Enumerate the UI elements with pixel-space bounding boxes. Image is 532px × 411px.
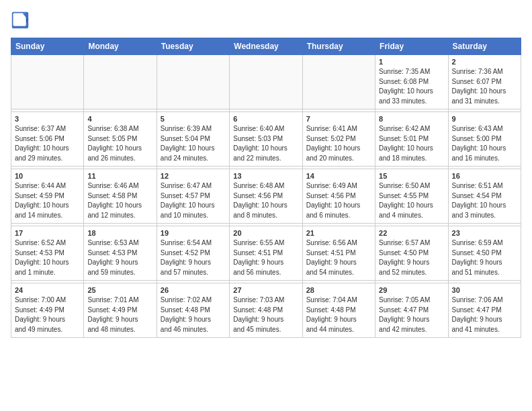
day-info: Sunrise: 6:53 AMSunset: 4:53 PMDaylight:… [87,238,152,277]
day-info: Sunrise: 7:02 AMSunset: 4:48 PMDaylight:… [161,295,226,334]
day-info: Sunrise: 6:56 AMSunset: 4:51 PMDaylight:… [306,238,371,277]
logo [11,11,32,30]
calendar-cell: 10Sunrise: 6:44 AMSunset: 4:59 PMDayligh… [11,169,84,224]
calendar-cell: 16Sunrise: 6:51 AMSunset: 4:54 PMDayligh… [448,169,521,224]
day-number: 30 [452,286,517,294]
calendar-cell: 30Sunrise: 7:06 AMSunset: 4:47 PMDayligh… [448,283,521,338]
day-number: 17 [15,229,80,237]
calendar-table: SundayMondayTuesdayWednesdayThursdayFrid… [11,38,521,338]
calendar-cell: 8Sunrise: 6:42 AMSunset: 5:01 PMDaylight… [375,112,448,167]
day-number: 18 [87,229,152,237]
day-info: Sunrise: 6:38 AMSunset: 5:05 PMDaylight:… [87,124,152,163]
calendar-cell: 15Sunrise: 6:50 AMSunset: 4:55 PMDayligh… [375,169,448,224]
calendar-cell: 3Sunrise: 6:37 AMSunset: 5:06 PMDaylight… [11,112,84,167]
day-info: Sunrise: 6:51 AMSunset: 4:54 PMDaylight:… [452,181,517,220]
calendar-cell: 9Sunrise: 6:43 AMSunset: 5:00 PMDaylight… [448,112,521,167]
day-number: 1 [379,58,444,66]
day-info: Sunrise: 6:52 AMSunset: 4:53 PMDaylight:… [15,238,80,277]
weekday-header-thursday: Thursday [302,38,375,55]
day-info: Sunrise: 6:41 AMSunset: 5:02 PMDaylight:… [306,124,371,163]
day-info: Sunrise: 7:01 AMSunset: 4:49 PMDaylight:… [87,295,152,334]
day-info: Sunrise: 7:00 AMSunset: 4:49 PMDaylight:… [15,295,80,334]
day-info: Sunrise: 7:35 AMSunset: 6:08 PMDaylight:… [379,67,444,106]
day-number: 11 [87,172,152,180]
day-number: 7 [306,115,371,123]
calendar-week-5: 24Sunrise: 7:00 AMSunset: 4:49 PMDayligh… [11,283,521,338]
day-info: Sunrise: 7:05 AMSunset: 4:47 PMDaylight:… [379,295,444,334]
day-info: Sunrise: 6:42 AMSunset: 5:01 PMDaylight:… [379,124,444,163]
day-info: Sunrise: 6:40 AMSunset: 5:03 PMDaylight:… [233,124,298,163]
day-number: 23 [452,229,517,237]
day-number: 15 [379,172,444,180]
calendar-cell: 14Sunrise: 6:49 AMSunset: 4:56 PMDayligh… [302,169,375,224]
calendar-cell [11,55,84,109]
day-info: Sunrise: 6:46 AMSunset: 4:58 PMDaylight:… [87,181,152,220]
day-number: 26 [161,286,226,294]
calendar-cell: 26Sunrise: 7:02 AMSunset: 4:48 PMDayligh… [157,283,229,338]
day-info: Sunrise: 6:37 AMSunset: 5:06 PMDaylight:… [15,124,80,163]
day-number: 20 [233,229,298,237]
day-number: 6 [233,115,298,123]
weekday-header-saturday: Saturday [448,38,521,55]
day-number: 22 [379,229,444,237]
calendar-week-4: 17Sunrise: 6:52 AMSunset: 4:53 PMDayligh… [11,226,521,281]
day-info: Sunrise: 6:49 AMSunset: 4:56 PMDaylight:… [306,181,371,220]
day-number: 2 [452,58,517,66]
day-number: 9 [452,115,517,123]
calendar-week-1: 1Sunrise: 7:35 AMSunset: 6:08 PMDaylight… [11,55,521,109]
weekday-header-sunday: Sunday [11,38,84,55]
day-number: 13 [233,172,298,180]
calendar-cell: 4Sunrise: 6:38 AMSunset: 5:05 PMDaylight… [84,112,157,167]
day-number: 4 [87,115,152,123]
calendar-cell [157,55,229,109]
calendar-cell: 1Sunrise: 7:35 AMSunset: 6:08 PMDaylight… [375,55,448,109]
day-info: Sunrise: 6:50 AMSunset: 4:55 PMDaylight:… [379,181,444,220]
day-number: 16 [452,172,517,180]
calendar-cell: 17Sunrise: 6:52 AMSunset: 4:53 PMDayligh… [11,226,84,281]
calendar-cell: 28Sunrise: 7:04 AMSunset: 4:48 PMDayligh… [302,283,375,338]
day-number: 12 [161,172,226,180]
calendar-cell: 11Sunrise: 6:46 AMSunset: 4:58 PMDayligh… [84,169,157,224]
day-info: Sunrise: 6:57 AMSunset: 4:50 PMDaylight:… [379,238,444,277]
calendar-week-2: 3Sunrise: 6:37 AMSunset: 5:06 PMDaylight… [11,112,521,167]
day-number: 10 [15,172,80,180]
day-number: 24 [15,286,80,294]
calendar-cell: 20Sunrise: 6:55 AMSunset: 4:51 PMDayligh… [230,226,302,281]
calendar-cell: 13Sunrise: 6:48 AMSunset: 4:56 PMDayligh… [230,169,302,224]
weekday-header-monday: Monday [84,38,157,55]
day-info: Sunrise: 6:44 AMSunset: 4:59 PMDaylight:… [15,181,80,220]
day-number: 28 [306,286,371,294]
day-number: 21 [306,229,371,237]
day-number: 25 [87,286,152,294]
calendar-cell: 19Sunrise: 6:54 AMSunset: 4:52 PMDayligh… [157,226,229,281]
day-info: Sunrise: 7:03 AMSunset: 4:48 PMDaylight:… [233,295,298,334]
weekday-header-wednesday: Wednesday [230,38,302,55]
calendar-cell: 22Sunrise: 6:57 AMSunset: 4:50 PMDayligh… [375,226,448,281]
day-number: 5 [161,115,226,123]
day-number: 8 [379,115,444,123]
day-info: Sunrise: 7:06 AMSunset: 4:47 PMDaylight:… [452,295,517,334]
calendar-cell: 6Sunrise: 6:40 AMSunset: 5:03 PMDaylight… [230,112,302,167]
day-info: Sunrise: 6:48 AMSunset: 4:56 PMDaylight:… [233,181,298,220]
day-info: Sunrise: 6:55 AMSunset: 4:51 PMDaylight:… [233,238,298,277]
day-info: Sunrise: 6:47 AMSunset: 4:57 PMDaylight:… [161,181,226,220]
day-number: 3 [15,115,80,123]
weekday-header-tuesday: Tuesday [157,38,229,55]
page-header [11,11,521,30]
weekday-header-friday: Friday [375,38,448,55]
day-info: Sunrise: 6:39 AMSunset: 5:04 PMDaylight:… [161,124,226,163]
calendar-cell: 12Sunrise: 6:47 AMSunset: 4:57 PMDayligh… [157,169,229,224]
day-number: 14 [306,172,371,180]
calendar-cell: 24Sunrise: 7:00 AMSunset: 4:49 PMDayligh… [11,283,84,338]
calendar-cell: 18Sunrise: 6:53 AMSunset: 4:53 PMDayligh… [84,226,157,281]
weekday-header-row: SundayMondayTuesdayWednesdayThursdayFrid… [11,38,521,55]
day-info: Sunrise: 6:59 AMSunset: 4:50 PMDaylight:… [452,238,517,277]
day-number: 29 [379,286,444,294]
calendar-cell: 23Sunrise: 6:59 AMSunset: 4:50 PMDayligh… [448,226,521,281]
day-info: Sunrise: 6:43 AMSunset: 5:00 PMDaylight:… [452,124,517,163]
calendar-cell: 21Sunrise: 6:56 AMSunset: 4:51 PMDayligh… [302,226,375,281]
calendar-cell [84,55,157,109]
calendar-cell: 29Sunrise: 7:05 AMSunset: 4:47 PMDayligh… [375,283,448,338]
day-info: Sunrise: 6:54 AMSunset: 4:52 PMDaylight:… [161,238,226,277]
calendar-cell: 7Sunrise: 6:41 AMSunset: 5:02 PMDaylight… [302,112,375,167]
